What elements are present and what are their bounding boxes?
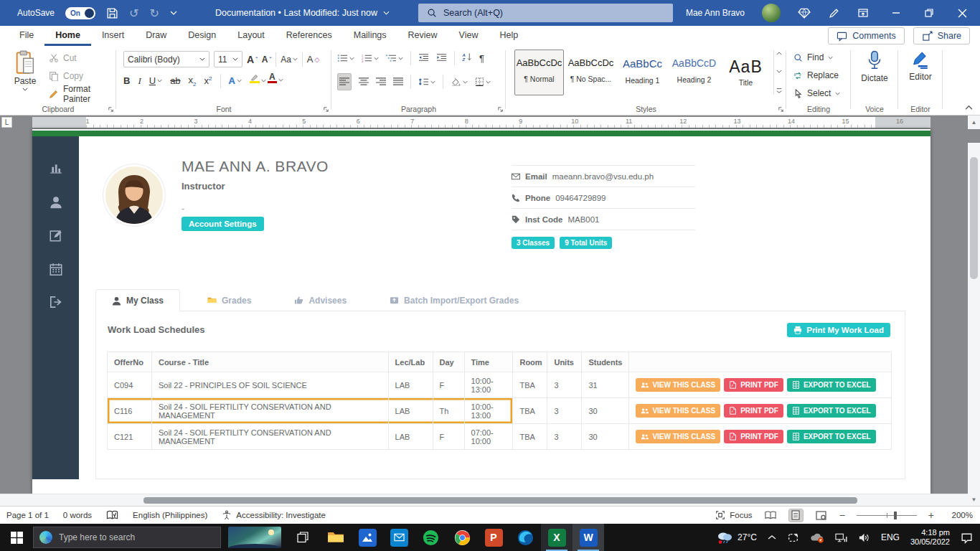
justify-button[interactable] [393,75,403,88]
taskbar-app-chrome[interactable] [446,524,478,551]
clock[interactable]: 4:18 pm30/05/2022 [910,528,950,547]
scroll-up-arrow[interactable]: ▲ [968,116,980,129]
scroll-down-arrow[interactable]: ▼ [968,494,980,506]
zoom-slider-thumb[interactable] [894,512,897,519]
style-card-no-spac[interactable]: AaBbCcDc¶ No Spac... [566,50,616,95]
ribbon-tab-insert[interactable]: Insert [91,26,135,46]
read-mode-button[interactable] [764,509,778,522]
quick-access-chevron-icon[interactable] [170,11,177,15]
grow-font-button[interactable]: Aˆ [247,54,258,65]
snip-tray-icon[interactable] [787,532,799,544]
page-indicator[interactable]: Page 1 of 1 [6,511,49,519]
tab-my-class[interactable]: My Class [95,289,180,312]
styles-scroll[interactable] [773,50,783,95]
start-button[interactable] [0,524,33,551]
weather-widget[interactable]: 27°C [716,530,757,545]
change-case-button[interactable]: Aa [281,55,298,65]
vertical-scrollbar[interactable] [968,143,980,494]
clipboard-dialog-launcher-icon[interactable] [108,106,114,113]
ribbon-display-options-icon[interactable] [857,7,869,19]
task-view-button[interactable] [287,524,319,551]
taskbar-app-edge[interactable] [509,524,541,551]
subscript-button[interactable]: x2 [189,75,197,88]
ribbon-tab-review[interactable]: Review [397,26,448,46]
print-my-work-load-button[interactable]: Print My Work Load [787,323,890,337]
document-title[interactable]: Documentation • Last Modified: Just now [215,0,390,26]
titlebar-search-input[interactable]: Search (Alt+Q) [418,4,673,22]
action-center-icon[interactable] [961,532,973,544]
highlight-button[interactable] [250,73,260,88]
text-effects-button[interactable]: A [229,75,242,86]
account-settings-button[interactable]: Account Settings [182,217,264,231]
autosave-toggle[interactable]: On [65,7,95,19]
font-color-button[interactable]: A [268,73,277,88]
export-to-excel-button[interactable]: EXPORT TO EXCEL [787,430,876,443]
taskbar-app-file-explorer[interactable] [320,524,352,551]
comments-button[interactable]: Comments [828,27,904,44]
export-to-excel-button[interactable]: EXPORT TO EXCEL [787,378,876,392]
horizontal-scroll-thumb[interactable] [143,497,857,504]
align-right-button[interactable] [376,75,386,88]
cut-button[interactable]: Cut [49,51,116,65]
user-icon[interactable] [50,196,62,209]
bar-chart-icon[interactable] [50,162,62,175]
paste-button[interactable]: Paste [6,50,44,104]
proofing-status[interactable] [106,510,118,520]
numbering-button[interactable]: 123 [362,54,379,62]
style-card-heading-2[interactable]: AaBbCcDHeading 2 [669,50,719,95]
ribbon-tab-design[interactable]: Design [177,26,227,46]
taskbar-app-photos[interactable] [352,524,383,551]
styles-more-icon[interactable] [776,88,782,93]
tab-batch-import-export-grades[interactable]: Batch Import/Export Grades [374,289,534,311]
font-dialog-launcher-icon[interactable] [323,106,329,113]
avatar[interactable] [762,4,781,22]
tab-stop-selector[interactable]: L [1,117,12,128]
horizontal-ruler[interactable]: 12345678910111213141516 [32,117,930,128]
taskbar-app-powerpoint[interactable]: P [478,524,509,551]
taskbar-app-excel[interactable]: X [541,524,573,551]
word-count[interactable]: 0 words [63,511,92,519]
decrease-indent-button[interactable] [418,52,429,65]
zoom-level[interactable]: 200% [946,511,973,519]
view-this-class-button[interactable]: VIEW THIS CLASS [636,430,720,443]
onedrive-error-icon[interactable] [810,532,824,543]
line-spacing-button[interactable] [418,77,435,86]
zoom-slider[interactable] [857,515,917,516]
editor-button[interactable]: Editor [898,50,943,82]
tab-advisees[interactable]: Advisees [278,289,362,311]
font-name-select[interactable]: Calibri (Body) [123,51,209,67]
font-size-select[interactable]: 11 [214,51,242,67]
style-card-normal[interactable]: AaBbCcDc¶ Normal [514,50,564,95]
taskbar-app-spotify[interactable] [415,524,446,551]
styles-dialog-launcher-icon[interactable] [778,106,784,113]
styles-up-icon[interactable] [776,52,782,55]
taskbar-app-word[interactable]: W [573,524,604,551]
taskbar-app-mail[interactable] [383,524,415,551]
print-pdf-button[interactable]: PRINT PDF [724,430,783,443]
copy-button[interactable]: Copy [49,69,116,83]
ribbon-tab-draw[interactable]: Draw [135,26,177,46]
print-layout-button[interactable] [789,509,803,522]
strikethrough-button[interactable]: ab [170,75,180,86]
sort-button[interactable]: AZ [462,52,472,65]
input-language[interactable]: ENG [881,532,900,542]
multilevel-list-button[interactable] [386,54,403,62]
premium-diamond-icon[interactable] [798,6,811,19]
calendar-icon[interactable] [50,263,62,276]
style-card-heading-1[interactable]: AaBbCcHeading 1 [618,50,667,95]
select-button[interactable]: Select [793,86,840,100]
format-painter-button[interactable]: Format Painter [49,87,116,101]
show-paragraph-marks-button[interactable]: ¶ [479,53,484,64]
superscript-button[interactable]: x2 [204,75,212,86]
editing-mode-icon[interactable] [828,7,840,19]
zoom-in-button[interactable]: + [928,509,934,521]
web-layout-button[interactable] [814,509,828,522]
export-to-excel-button[interactable]: EXPORT TO EXCEL [787,404,876,418]
language-indicator[interactable]: English (Philippines) [133,511,207,519]
shrink-font-button[interactable]: Aˇ [262,55,271,65]
shading-button[interactable] [451,77,468,86]
ribbon-tab-file[interactable]: File [9,26,44,46]
bullets-button[interactable] [337,54,354,62]
print-pdf-button[interactable]: PRINT PDF [724,404,783,418]
find-button[interactable]: Find [793,50,840,65]
